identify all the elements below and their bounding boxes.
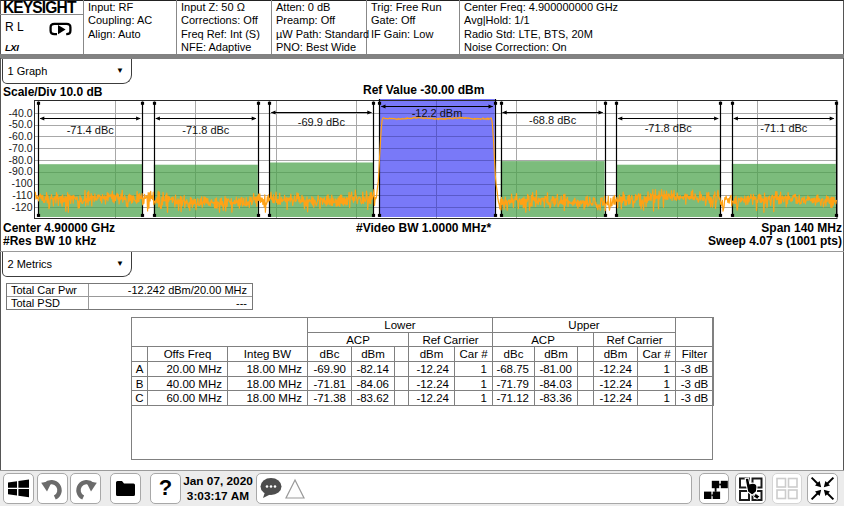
svg-text:-100: -100 bbox=[11, 177, 32, 189]
svg-text:-40.0: -40.0 bbox=[9, 107, 33, 119]
svg-text:-80.0: -80.0 bbox=[9, 154, 33, 166]
svg-text:-71.8 dBc: -71.8 dBc bbox=[645, 122, 693, 134]
svg-text:-120: -120 bbox=[11, 201, 32, 213]
svg-text:-71.1 dBc: -71.1 dBc bbox=[760, 122, 808, 134]
svg-text:-110: -110 bbox=[12, 189, 32, 201]
svg-text:-69.9 dBc: -69.9 dBc bbox=[298, 116, 346, 128]
svg-text:-71.4 dBc: -71.4 dBc bbox=[67, 124, 115, 136]
svg-text:-71.8 dBc: -71.8 dBc bbox=[182, 124, 230, 136]
svg-text:-12.2 dBm: -12.2 dBm bbox=[412, 107, 463, 119]
svg-text:-68.8 dBc: -68.8 dBc bbox=[529, 114, 577, 126]
svg-text:-90.0: -90.0 bbox=[9, 165, 33, 177]
svg-text:-70.0: -70.0 bbox=[9, 142, 33, 154]
svg-text:-50.0: -50.0 bbox=[9, 118, 33, 130]
svg-text:-60.0: -60.0 bbox=[9, 130, 33, 142]
